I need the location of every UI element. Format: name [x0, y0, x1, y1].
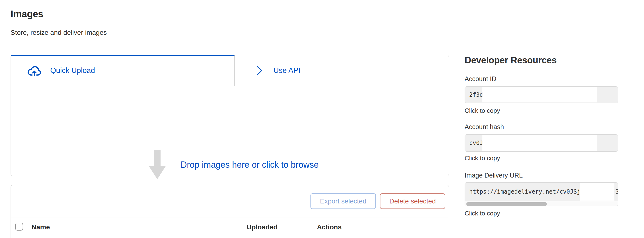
- account-id-copy-hint: Click to copy: [464, 107, 500, 115]
- tab-use-api-label: Use API: [274, 66, 300, 75]
- images-list-panel: Export selected Delete selected Name Upl…: [10, 185, 449, 238]
- cloud-upload-icon: [26, 62, 42, 79]
- account-id-label: Account ID: [464, 75, 496, 83]
- column-header-uploaded: Uploaded: [247, 223, 278, 231]
- account-hash-redaction: [482, 135, 597, 151]
- select-all-checkbox[interactable]: [15, 223, 23, 231]
- panel-divider: [11, 218, 449, 218]
- account-hash-copy-hint: Click to copy: [464, 154, 500, 162]
- delete-selected-button[interactable]: Delete selected: [380, 193, 445, 209]
- account-id-value: 2f3d: [469, 87, 483, 103]
- page-title: Images: [10, 9, 43, 19]
- account-hash-label: Account hash: [464, 123, 504, 131]
- upload-module: Quick Upload Use API Drop images here or…: [10, 55, 449, 176]
- account-hash-value: cv0J: [469, 135, 483, 151]
- export-selected-button[interactable]: Export selected: [310, 193, 376, 209]
- image-delivery-url-value: https://imagedelivery.net/cv0JSj: [469, 183, 580, 201]
- arrow-down-icon: [148, 150, 166, 179]
- column-header-actions: Actions: [317, 223, 342, 231]
- image-delivery-url-redaction: [580, 183, 614, 201]
- image-delivery-url-label: Image Delivery URL: [464, 172, 523, 179]
- developer-resources-title: Developer Resources: [464, 55, 557, 66]
- image-delivery-url-field[interactable]: https://imagedelivery.net/cv0JSj 3: [464, 182, 618, 206]
- account-id-field[interactable]: 2f3d: [464, 86, 618, 103]
- tab-quick-upload[interactable]: Quick Upload: [11, 55, 234, 86]
- images-page: Images Store, resize and deliver images …: [0, 0, 644, 238]
- account-hash-field[interactable]: cv0J: [464, 134, 618, 152]
- horizontal-scrollbar-track[interactable]: [465, 201, 618, 206]
- horizontal-scrollbar-thumb[interactable]: [466, 202, 547, 206]
- tab-quick-upload-label: Quick Upload: [50, 66, 95, 75]
- account-id-redaction: [482, 87, 597, 103]
- chevron-right-icon: [252, 64, 266, 77]
- column-header-name: Name: [32, 223, 50, 231]
- image-dropzone[interactable]: Drop images here or click to browse: [11, 86, 449, 176]
- dropzone-label: Drop images here or click to browse: [180, 160, 319, 170]
- tab-use-api[interactable]: Use API: [235, 55, 449, 86]
- image-delivery-url-copy-hint: Click to copy: [464, 210, 500, 217]
- page-subtitle: Store, resize and deliver images: [10, 29, 107, 36]
- image-delivery-url-tail: 3: [616, 183, 618, 201]
